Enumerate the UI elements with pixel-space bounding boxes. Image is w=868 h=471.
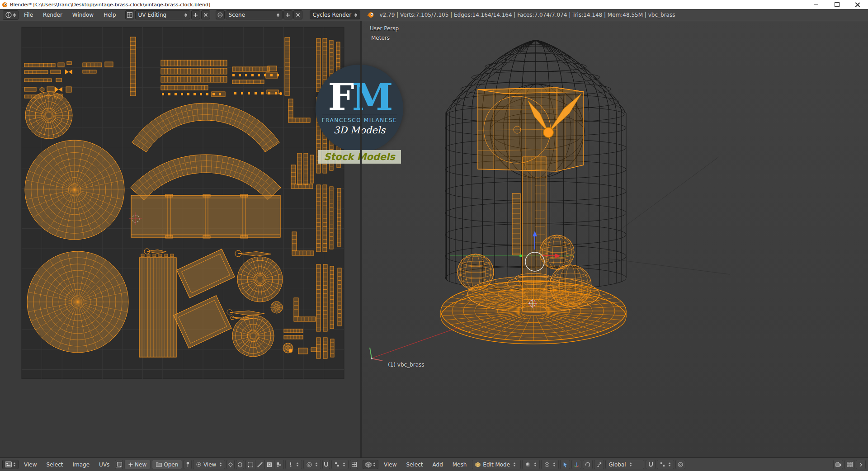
transform-orientation-dropdown[interactable]: Global bbox=[605, 460, 644, 469]
screen-layout-selector[interactable]: UV Editing bbox=[135, 10, 190, 19]
proportional-edit-icon bbox=[678, 462, 683, 467]
manipulator-toggle-button[interactable] bbox=[560, 460, 570, 469]
vertex-select-button[interactable] bbox=[245, 460, 255, 469]
uv-sync-toggle[interactable] bbox=[236, 460, 244, 469]
snap-toggle-button[interactable] bbox=[322, 460, 330, 469]
snap-toggle-button[interactable] bbox=[646, 460, 656, 469]
blender-app-icon bbox=[2, 2, 8, 8]
delete-screen-layout-button[interactable] bbox=[201, 10, 210, 19]
x-icon bbox=[203, 13, 208, 17]
rotate-manipulator-button[interactable] bbox=[583, 460, 593, 469]
render-opengl-anim-button[interactable] bbox=[844, 460, 854, 469]
pin-icon bbox=[186, 462, 190, 467]
v3d-view-menu[interactable]: View bbox=[380, 460, 401, 469]
v3d-add-menu[interactable]: Add bbox=[429, 460, 447, 469]
scene-icon-button[interactable] bbox=[216, 10, 225, 19]
uv-draw-other-objects-button[interactable] bbox=[350, 460, 358, 469]
render-menu[interactable]: Render bbox=[38, 10, 67, 19]
info-header: File Render Window Help UV Editing Scene… bbox=[0, 9, 868, 21]
v3d-select-menu[interactable]: Select bbox=[402, 460, 427, 469]
window-menu[interactable]: Window bbox=[68, 10, 98, 19]
info-editor-type-button[interactable] bbox=[3, 10, 19, 20]
render-opengl-button[interactable] bbox=[833, 460, 843, 469]
uv-editor-type-button[interactable] bbox=[2, 460, 19, 469]
cursor-target-button[interactable] bbox=[226, 460, 235, 469]
3d-editor-type-button[interactable] bbox=[363, 460, 378, 469]
info-icon bbox=[5, 12, 12, 18]
scene-selector[interactable]: Scene bbox=[226, 10, 283, 19]
magnet-icon bbox=[324, 462, 329, 467]
rotate-manipulator-icon bbox=[585, 462, 590, 467]
maximize-button[interactable] bbox=[826, 0, 847, 9]
minimize-button[interactable] bbox=[806, 0, 826, 9]
snap-element-dropdown[interactable] bbox=[657, 460, 674, 469]
plus-icon bbox=[285, 13, 290, 18]
watermark-banner: Stock Models bbox=[318, 150, 401, 164]
scene-icon bbox=[217, 12, 223, 18]
delete-scene-button[interactable] bbox=[293, 10, 302, 19]
watermark-logo: FM FRANCESCO MILANESE 3D Models bbox=[316, 65, 403, 152]
open-image-button[interactable]: Open bbox=[152, 460, 182, 469]
sticky-select-dropdown[interactable] bbox=[285, 460, 302, 469]
proportional-edit-dropdown[interactable] bbox=[303, 460, 321, 469]
object-info-overlay: (1) vbc_brass bbox=[388, 362, 425, 368]
translate-manipulator-button[interactable] bbox=[571, 460, 581, 469]
dropdown-arrows-icon bbox=[184, 13, 187, 17]
3d-viewport-canvas[interactable] bbox=[362, 21, 868, 457]
pivot-dropdown[interactable]: View bbox=[193, 460, 225, 469]
minimize-icon bbox=[814, 5, 818, 5]
dropdown-arrows-icon bbox=[315, 462, 318, 466]
render-engine-selector[interactable]: Cycles Render bbox=[310, 10, 360, 19]
mode-value: Edit Mode bbox=[483, 462, 510, 468]
scale-manipulator-button[interactable] bbox=[594, 460, 604, 469]
v3d-mesh-menu[interactable]: Mesh bbox=[448, 460, 471, 469]
grid-display-icon bbox=[352, 462, 357, 467]
pivot-point-dropdown[interactable] bbox=[541, 460, 559, 469]
editor-splitter[interactable] bbox=[360, 21, 362, 471]
mode-dropdown[interactable]: Edit Mode bbox=[472, 460, 521, 469]
uv-select-menu[interactable]: Select bbox=[42, 460, 67, 469]
film-icon bbox=[847, 462, 853, 467]
screen-layout-icon-button[interactable] bbox=[125, 10, 134, 19]
browse-image-icon bbox=[116, 462, 122, 467]
close-button[interactable] bbox=[847, 0, 868, 9]
pin-image-button[interactable] bbox=[184, 460, 192, 469]
face-select-button[interactable] bbox=[264, 460, 274, 469]
file-menu[interactable]: File bbox=[19, 10, 38, 19]
viewport-shading-dropdown[interactable] bbox=[522, 460, 540, 469]
blender-logo-icon bbox=[367, 12, 374, 18]
add-scene-button[interactable] bbox=[283, 10, 292, 19]
new-image-label: New bbox=[135, 462, 146, 468]
dropdown-arrows-icon bbox=[219, 462, 222, 466]
translate-manipulator-icon bbox=[574, 462, 579, 467]
manipulator-pointer-icon bbox=[563, 462, 568, 467]
uv-view-menu[interactable]: View bbox=[20, 460, 41, 469]
uv-image-menu[interactable]: Image bbox=[69, 460, 94, 469]
watermark-name: FRANCESCO MILANESE bbox=[322, 115, 397, 123]
new-image-button[interactable]: New bbox=[124, 460, 151, 469]
add-screen-layout-button[interactable] bbox=[191, 10, 200, 19]
3d-viewport: User Persp Meters (1) vbc_brass bbox=[362, 21, 868, 457]
help-menu[interactable]: Help bbox=[99, 10, 120, 19]
proportional-edit-button[interactable] bbox=[675, 460, 685, 469]
dropdown-arrows-icon bbox=[553, 462, 556, 466]
3d-view-icon bbox=[365, 462, 372, 468]
screen-layout-icon bbox=[127, 12, 132, 18]
edit-mode-icon bbox=[475, 462, 481, 467]
header-overflow-button[interactable] bbox=[856, 460, 866, 469]
browse-image-button[interactable] bbox=[115, 460, 123, 469]
dropdown-arrows-icon bbox=[534, 462, 537, 466]
uv-uvs-menu[interactable]: UVs bbox=[95, 460, 113, 469]
island-select-button[interactable] bbox=[274, 460, 284, 469]
edge-select-button[interactable] bbox=[255, 460, 265, 469]
close-icon bbox=[855, 2, 860, 7]
plus-icon bbox=[193, 13, 198, 18]
dropdown-arrows-icon bbox=[513, 462, 516, 466]
snap-element-dropdown[interactable] bbox=[331, 460, 349, 469]
image-editor-icon bbox=[5, 462, 12, 467]
window-title: Blender* [C:\Users\franc\Desktop\vintage… bbox=[10, 2, 210, 8]
editor-switch-arrows-icon bbox=[13, 462, 16, 466]
screen-layout-value: UV Editing bbox=[138, 12, 167, 18]
uv-canvas[interactable] bbox=[0, 21, 360, 457]
dropdown-arrows-icon bbox=[277, 13, 279, 17]
